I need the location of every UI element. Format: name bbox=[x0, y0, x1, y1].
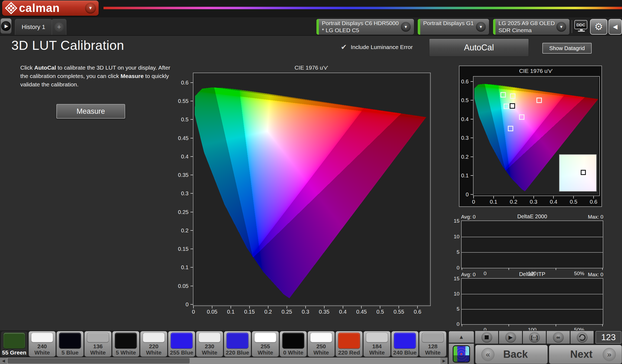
measure-button[interactable]: Measure bbox=[56, 104, 125, 119]
display-mode: SDR Cinema bbox=[498, 27, 532, 34]
patch-swatch bbox=[87, 333, 109, 342]
x-tick-label: 0.25 bbox=[281, 309, 292, 315]
divider bbox=[572, 20, 572, 33]
chart-title: CIE 1976 u'v' bbox=[294, 64, 328, 71]
x-tick-label: 0.1 bbox=[227, 309, 235, 315]
y-tick-label: 0.2 bbox=[181, 227, 189, 233]
collapse-right-panel-button[interactable]: ◀ bbox=[608, 19, 622, 35]
transport-controls: ▶ [··] ∞ bbox=[475, 331, 594, 344]
patch-label: 0 White bbox=[281, 349, 306, 356]
y-tick-label: 0.3 bbox=[461, 135, 469, 141]
test-patch-0-white[interactable]: 0 White bbox=[280, 331, 307, 357]
patch-label: 136 White bbox=[86, 343, 110, 356]
y-tick-label: 10 bbox=[454, 234, 459, 240]
continuous-measure-button[interactable]: ∞ bbox=[547, 331, 570, 344]
chevrons-left-icon: « bbox=[481, 348, 494, 361]
test-patch-220-blue[interactable]: 220 Blue bbox=[224, 331, 251, 357]
settings-gear-button[interactable]: ⚙ bbox=[590, 19, 607, 35]
refresh-button[interactable] bbox=[571, 331, 594, 344]
next-button[interactable]: Next » bbox=[549, 345, 622, 364]
pattern-list-up-button[interactable]: ▲ bbox=[449, 331, 474, 343]
y-tick-label: 0.3 bbox=[181, 190, 189, 197]
patch-label: 240 White bbox=[30, 343, 54, 356]
calman-diamond-icon bbox=[5, 2, 17, 14]
test-patch-255-blue[interactable]: 255 Blue bbox=[168, 331, 195, 357]
y-tick-label: 0.15 bbox=[178, 246, 189, 252]
y-tick-label: 0 bbox=[456, 265, 459, 271]
display-dropdown-lg-oled[interactable]: LG 2025 A9 G8 OLED SDR Cinema ▼ bbox=[493, 19, 569, 35]
y-tick-label: 0.4 bbox=[181, 153, 189, 160]
patch-swatch bbox=[199, 333, 221, 342]
patch-label: 255 Blue bbox=[169, 349, 194, 356]
stop-button[interactable] bbox=[475, 331, 498, 344]
test-patch-240-white[interactable]: 240 White bbox=[28, 331, 56, 357]
patch-swatch bbox=[394, 333, 416, 349]
calman-logo-menu-button[interactable]: calman ▼ bbox=[2, 1, 99, 16]
single-measure-button[interactable]: [··] bbox=[523, 331, 546, 344]
x-tick-label: 0.55 bbox=[394, 309, 404, 315]
show-datagrid-button[interactable]: Show Datagrid bbox=[542, 43, 592, 54]
tab-label: History 1 bbox=[22, 24, 45, 31]
patch-swatch bbox=[59, 333, 81, 349]
test-patch-230-white[interactable]: 230 White bbox=[196, 331, 223, 357]
chart-title: DeltaE ITP bbox=[519, 271, 545, 277]
pattern-window-button[interactable] bbox=[449, 343, 474, 364]
checkbox-checked-icon[interactable]: ✔ bbox=[341, 43, 347, 51]
x-tick-label: 0.35 bbox=[319, 309, 329, 315]
chevron-up-icon: ▲ bbox=[459, 334, 464, 340]
y-tick-label: 0.5 bbox=[461, 97, 469, 103]
include-luminance-label: Include Luminance Error bbox=[351, 44, 413, 50]
patch-swatch bbox=[338, 333, 360, 349]
test-patch-220-white[interactable]: 220 White bbox=[140, 331, 167, 357]
patch-label: 230 White bbox=[197, 343, 222, 356]
patch-scrollbar[interactable]: ◀ ▶ bbox=[0, 358, 448, 364]
y-tick-label: 0.4 bbox=[461, 116, 469, 122]
top-bar: calman ▼ bbox=[0, 0, 622, 17]
play-button[interactable]: ▶ bbox=[499, 331, 522, 344]
measurement-counter-button[interactable]: 123 bbox=[595, 331, 621, 344]
back-button[interactable]: « Back bbox=[475, 345, 548, 364]
chevron-down-icon[interactable]: ▼ bbox=[85, 3, 96, 14]
test-patch-55-green[interactable]: 55 Green bbox=[1, 331, 28, 357]
y-tick-label: 10 bbox=[454, 291, 459, 297]
x-tick-label: 0.1 bbox=[490, 199, 497, 205]
y-tick-label: 0.5 bbox=[181, 116, 189, 123]
x-tick-label: 0.5 bbox=[570, 199, 577, 205]
tab-history-1[interactable]: History 1 bbox=[15, 19, 52, 35]
autocal-button[interactable]: AutoCal bbox=[429, 39, 529, 57]
test-patch-list: 55 Green240 White5 Blue136 White5 White2… bbox=[1, 331, 446, 357]
deltae-avg-value: Avg: 0 bbox=[461, 214, 476, 220]
patch-swatch bbox=[254, 333, 276, 342]
scroll-left-icon[interactable]: ◀ bbox=[0, 358, 7, 364]
chevron-down-icon[interactable]: ▼ bbox=[401, 22, 411, 32]
deltae-max-value: Max: 0 bbox=[588, 272, 603, 278]
gridline bbox=[462, 237, 603, 237]
tab-bar: ▶ History 1 + Portrait Displays C6 HDR50… bbox=[0, 17, 622, 36]
meter-dropdown-g1[interactable]: Portrait Displays G1 ▼ bbox=[418, 19, 489, 35]
test-patch-250-white[interactable]: 250 White bbox=[307, 331, 335, 357]
gridline bbox=[462, 294, 603, 294]
test-patch-220-red[interactable]: 220 Red bbox=[335, 331, 363, 357]
y-tick-label: 5 bbox=[456, 306, 459, 312]
patch-label: 128 White bbox=[420, 343, 445, 356]
x-tick-label: 0.4 bbox=[339, 309, 347, 315]
scrollbar-thumb[interactable] bbox=[8, 358, 190, 363]
test-patch-5-blue[interactable]: 5 Blue bbox=[56, 331, 84, 357]
test-patch-255-white[interactable]: 255 White bbox=[252, 331, 279, 357]
test-patch-184-white[interactable]: 184 White bbox=[363, 331, 391, 357]
cie-small-chart: 00.10.20.30.40.50.6 00.10.20.30.40.50.6 bbox=[473, 76, 600, 196]
meter-dropdown-c6[interactable]: Portrait Displays C6 HDR5000 * LG OLED C… bbox=[316, 19, 414, 35]
display-name: LG 2025 A9 G8 OLED bbox=[498, 20, 555, 27]
test-patch-240-blue[interactable]: 240 Blue bbox=[391, 331, 419, 357]
chevron-down-icon[interactable]: ▼ bbox=[476, 22, 486, 32]
page-title: 3D LUT Calibration bbox=[11, 38, 124, 53]
test-patch-128-white[interactable]: 128 White bbox=[419, 331, 446, 357]
chevron-down-icon[interactable]: ▼ bbox=[556, 22, 566, 32]
test-patch-136-white[interactable]: 136 White bbox=[84, 331, 112, 357]
patch-swatch bbox=[143, 333, 165, 342]
test-patch-5-white[interactable]: 5 White bbox=[112, 331, 140, 357]
scroll-right-icon[interactable]: ▶ bbox=[440, 358, 448, 364]
add-tab-button[interactable]: + bbox=[52, 19, 66, 35]
expand-left-panel-button[interactable]: ▶ bbox=[1, 18, 11, 34]
ddc-display-control-button[interactable]: DDC bbox=[574, 20, 588, 34]
